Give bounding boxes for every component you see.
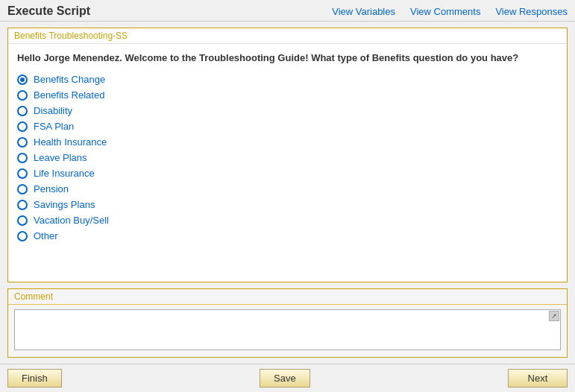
finish-button[interactable]: Finish [7, 369, 62, 388]
radio-input-benefits-related[interactable] [17, 90, 28, 101]
radio-item[interactable]: Benefits Change [17, 74, 558, 85]
save-button[interactable]: Save [260, 369, 310, 388]
script-panel: Benefits Troubleshooting-SS Hello Jorge … [7, 28, 568, 282]
radio-list: Benefits ChangeBenefits RelatedDisabilit… [17, 74, 558, 241]
comment-panel-title: Comment [8, 289, 567, 305]
radio-item[interactable]: Savings Plans [17, 199, 558, 210]
radio-label-benefits-change: Benefits Change [34, 74, 105, 85]
view-variables-link[interactable]: View Variables [332, 6, 395, 17]
radio-label-disability: Disability [34, 105, 72, 116]
view-responses-link[interactable]: View Responses [495, 6, 568, 17]
comment-panel: Comment ↗ [7, 288, 568, 358]
script-panel-body: Hello Jorge Menendez. Welcome to the Tro… [8, 44, 567, 282]
radio-label-health-insurance: Health Insurance [34, 136, 107, 148]
radio-input-fsa-plan[interactable] [17, 121, 28, 132]
footer-center: Save [260, 369, 310, 388]
radio-label-pension: Pension [34, 183, 69, 195]
radio-label-vacation-buy-sell: Vacation Buy/Sell [34, 215, 109, 226]
radio-label-fsa-plan: FSA Plan [34, 121, 74, 132]
radio-input-pension[interactable] [17, 184, 28, 195]
radio-input-leave-plans[interactable] [17, 153, 28, 163]
radio-input-life-insurance[interactable] [17, 168, 28, 179]
radio-item[interactable]: Other [17, 230, 558, 241]
view-comments-link[interactable]: View Comments [410, 6, 480, 17]
footer: Finish Save Next [0, 364, 575, 392]
footer-right: Next [508, 369, 568, 388]
radio-input-benefits-change[interactable] [17, 75, 28, 85]
radio-item[interactable]: Benefits Related [17, 89, 558, 101]
resize-icon[interactable]: ↗ [549, 311, 559, 321]
radio-label-life-insurance: Life Insurance [34, 168, 95, 179]
header-links: View Variables View Comments View Respon… [332, 6, 568, 17]
footer-left: Finish [7, 369, 62, 388]
radio-input-health-insurance[interactable] [17, 137, 28, 148]
radio-item[interactable]: Leave Plans [17, 152, 558, 163]
radio-item[interactable]: Life Insurance [17, 168, 558, 179]
radio-input-disability[interactable] [17, 106, 28, 116]
comment-body: ↗ [8, 305, 567, 357]
radio-label-savings-plans: Savings Plans [34, 199, 95, 210]
radio-label-leave-plans: Leave Plans [34, 152, 87, 163]
radio-item[interactable]: FSA Plan [17, 121, 558, 132]
radio-label-other: Other [34, 230, 58, 241]
radio-item[interactable]: Vacation Buy/Sell [17, 215, 558, 226]
header: Execute Script View Variables View Comme… [0, 0, 575, 22]
radio-item[interactable]: Disability [17, 105, 558, 116]
radio-label-benefits-related: Benefits Related [34, 89, 104, 101]
radio-item[interactable]: Health Insurance [17, 136, 558, 148]
radio-input-savings-plans[interactable] [17, 200, 28, 210]
radio-input-other[interactable] [17, 231, 28, 241]
next-button[interactable]: Next [508, 369, 568, 388]
main-content: Benefits Troubleshooting-SS Hello Jorge … [0, 22, 575, 364]
page-title: Execute Script [7, 4, 90, 18]
question-text: Hello Jorge Menendez. Welcome to the Tro… [17, 51, 558, 65]
script-panel-title: Benefits Troubleshooting-SS [8, 28, 567, 44]
comment-textarea[interactable] [14, 309, 561, 350]
radio-item[interactable]: Pension [17, 183, 558, 195]
radio-input-vacation-buy-sell[interactable] [17, 215, 28, 226]
